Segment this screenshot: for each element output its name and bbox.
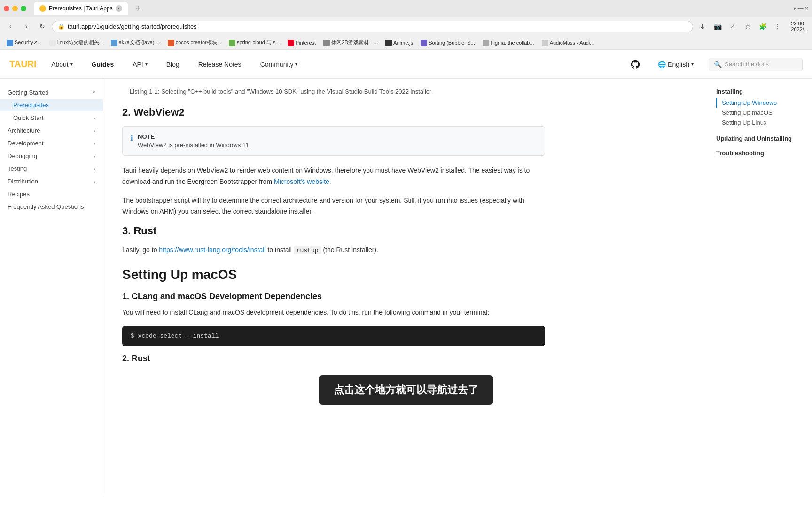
chevron-down-icon: ▾: [295, 62, 297, 67]
bookmark-sorting[interactable]: Sorting (Bubble, S...: [418, 39, 477, 47]
bookmark-2d[interactable]: 休闲2D游戏素材 - ...: [320, 38, 381, 47]
search-icon: 🔍: [714, 61, 722, 68]
browser-tab[interactable]: Prerequisites | Tauri Apps ×: [34, 2, 128, 15]
download-icon[interactable]: ⬇: [696, 20, 709, 33]
bookmark-spring[interactable]: spring-cloud 与 s...: [226, 38, 283, 47]
microsofts-website-link[interactable]: Microsoft's website: [274, 178, 329, 185]
back-button[interactable]: ‹: [4, 20, 17, 33]
note-text: WebView2 is pre-installed in Windows 11: [138, 142, 249, 149]
language-label: English: [668, 61, 689, 68]
nav-guides[interactable]: Guides: [88, 59, 117, 70]
sidebar-item-architecture[interactable]: Architecture ›: [0, 124, 103, 137]
bookmark-favicon: [483, 40, 489, 46]
screenshot-icon[interactable]: 📷: [711, 20, 724, 33]
toc-item-setting-up-windows[interactable]: Setting Up Windows: [716, 98, 804, 108]
webview2-body2: The bootstrapper script will try to dete…: [122, 195, 545, 218]
new-tab-button[interactable]: +: [132, 2, 145, 15]
bookmark-label: cocos creator模块...: [176, 39, 221, 46]
menu-icon[interactable]: ⋮: [771, 20, 784, 33]
bookmark-label: akka文档 (java) ...: [119, 39, 160, 46]
forward-button[interactable]: ›: [20, 20, 33, 33]
nav-release-notes[interactable]: Release Notes: [195, 59, 245, 70]
toc-updating-title[interactable]: Updating and Uninstalling: [716, 135, 804, 142]
toc-installing-title[interactable]: Installing: [716, 88, 804, 95]
xcode-select-code: $ xcode-select --install: [122, 326, 545, 346]
sidebar-item-debugging[interactable]: Debugging ›: [0, 150, 103, 162]
bookmark-audiomass[interactable]: AudioMass - Audi...: [539, 39, 597, 47]
bookmark-animejs[interactable]: Anime.js: [383, 39, 416, 47]
bookmark-label: Figma: the collab...: [491, 40, 534, 46]
overlay-tooltip: 点击这个地方就可以导航过去了: [319, 375, 493, 405]
nav-blog[interactable]: Blog: [163, 59, 183, 70]
star-icon[interactable]: ☆: [741, 20, 754, 33]
sidebar-item-label: Getting Started: [8, 89, 48, 96]
sidebar-item-distribution[interactable]: Distribution ›: [0, 175, 103, 188]
bookmark-favicon: [168, 40, 174, 46]
bookmark-favicon: [7, 40, 13, 46]
bookmark-cocos[interactable]: cocos creator模块...: [165, 38, 224, 47]
extension-icon[interactable]: 🧩: [756, 20, 769, 33]
bookmark-favicon: [323, 40, 330, 46]
rustup-code: rustup: [294, 246, 321, 254]
bookmark-security[interactable]: Security↗...: [4, 39, 45, 47]
nav-about[interactable]: About ▾: [47, 59, 77, 70]
chevron-right-icon: ›: [94, 153, 95, 159]
sidebar-item-quick-start[interactable]: Quick Start ›: [0, 111, 103, 124]
bookmark-favicon: [288, 40, 294, 46]
share-icon[interactable]: ↗: [726, 20, 739, 33]
site-wrapper: TAURI About ▾ Guides API ▾ Blog Release …: [0, 50, 812, 494]
sidebar-item-development[interactable]: Development ›: [0, 137, 103, 150]
sidebar-item-getting-started[interactable]: Getting Started ▾: [0, 86, 103, 99]
sidebar-item-label: Debugging: [8, 152, 37, 159]
bookmark-label: linux防火墙的相关...: [57, 39, 103, 46]
bookmark-label: AudioMass - Audi...: [550, 40, 594, 46]
refresh-button[interactable]: ↻: [36, 20, 49, 33]
bookmark-figma[interactable]: Figma: the collab...: [480, 39, 537, 47]
left-sidebar: Getting Started ▾ Prerequisites Quick St…: [0, 79, 103, 494]
toc-item-setting-up-macos[interactable]: Setting Up macOS: [716, 108, 804, 118]
address-bar[interactable]: 🔒 tauri.app/v1/guides/getting-started/pr…: [52, 21, 693, 32]
bookmark-label: 休闲2D游戏素材 - ...: [331, 39, 378, 46]
search-box[interactable]: 🔍 Search the docs: [709, 58, 803, 71]
note-label: NOTE: [138, 133, 249, 140]
sidebar-item-faq[interactable]: Frequently Asked Questions: [0, 200, 103, 213]
sidebar-item-prerequisites[interactable]: Prerequisites: [0, 99, 103, 111]
main-content: Listing 1-1: Selecting "C++ build tools"…: [103, 79, 709, 494]
toc-item-setting-up-linux[interactable]: Setting Up Linux: [716, 118, 804, 127]
bookmark-akka[interactable]: akka文档 (java) ...: [108, 38, 163, 47]
sidebar-item-testing[interactable]: Testing ›: [0, 162, 103, 175]
toc-troubleshooting-title[interactable]: Troubleshooting: [716, 150, 804, 157]
section-number: 2.: [122, 106, 133, 118]
sidebar-item-label: Quick Start: [13, 114, 43, 121]
sidebar-item-label: Frequently Asked Questions: [8, 203, 84, 210]
search-placeholder: Search the docs: [725, 61, 769, 68]
clang-body: You will need to install CLang and macOS…: [122, 307, 545, 318]
nav-api[interactable]: API ▾: [129, 59, 151, 70]
toc-installing: Installing Setting Up Windows Setting Up…: [716, 88, 804, 127]
macos-title: Setting Up macOS: [122, 267, 545, 282]
site-logo[interactable]: TAURI: [9, 59, 36, 70]
bookmark-label: Pinterest: [296, 40, 316, 46]
sidebar-item-recipes[interactable]: Recipes: [0, 188, 103, 200]
sub-section-number: 1.: [122, 292, 132, 301]
tab-close-btn[interactable]: ×: [116, 5, 122, 12]
bookmark-linux[interactable]: linux防火墙的相关...: [47, 38, 106, 47]
toc-troubleshooting: Troubleshooting: [716, 150, 804, 157]
bookmark-favicon: [385, 40, 392, 46]
chevron-down-icon: ▾: [691, 62, 694, 67]
bookmark-label: Security↗...: [15, 40, 42, 46]
github-icon[interactable]: [628, 57, 643, 72]
language-selector[interactable]: 🌐 English ▾: [654, 59, 697, 70]
rust-heading: 3. Rust: [122, 225, 545, 237]
chevron-right-icon: ›: [94, 179, 95, 184]
browser-chrome: Prerequisites | Tauri Apps × + ▾ — × ‹ ›…: [0, 0, 812, 50]
bookmark-pinterest[interactable]: Pinterest: [285, 39, 319, 47]
browser-action-buttons: ⬇ 📷 ↗ ☆ 🧩 ⋮: [696, 20, 784, 33]
content-area: Getting Started ▾ Prerequisites Quick St…: [0, 79, 812, 494]
info-icon: ℹ: [130, 134, 133, 143]
nav-community[interactable]: Community ▾: [257, 59, 302, 70]
note-box: ℹ NOTE WebView2 is pre-installed in Wind…: [122, 126, 545, 156]
macos-section: Setting Up macOS 1. CLang and macOS Deve…: [122, 267, 545, 364]
rust-install-link[interactable]: https://www.rust-lang.org/tools/install: [159, 246, 265, 254]
toc-updating: Updating and Uninstalling: [716, 135, 804, 142]
